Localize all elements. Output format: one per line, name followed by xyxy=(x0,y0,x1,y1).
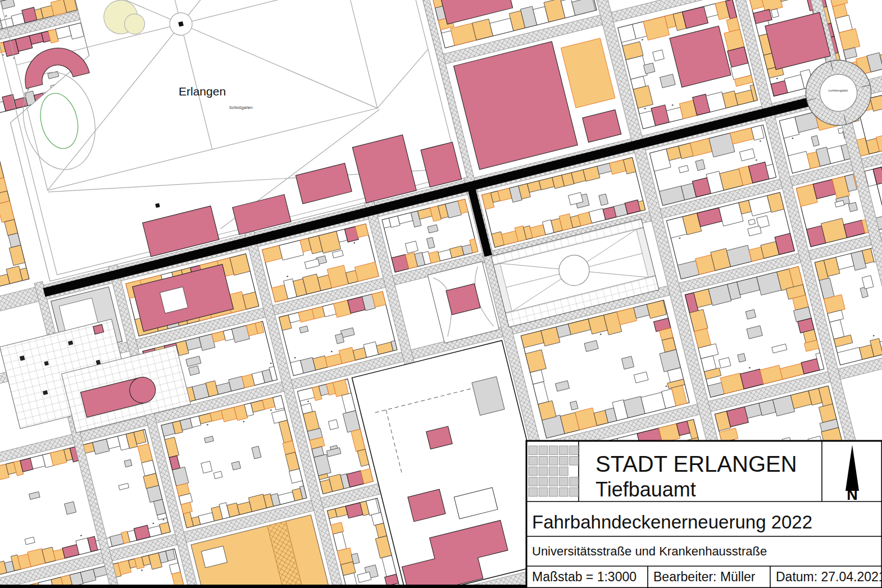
city-plan-page: Erlangen Schloßgarten Lorlebergplatz STA… xyxy=(0,0,882,588)
roundabout-label: Lorlebergplatz xyxy=(829,89,848,92)
scale-value: Maßstab = 1:3000 xyxy=(532,569,637,584)
north-label: N xyxy=(847,486,858,503)
city-label: Erlangen xyxy=(179,85,226,98)
editor-value: Bearbeiter: Müller xyxy=(653,569,756,584)
park-label: Schloßgarten xyxy=(229,106,253,110)
agency-name: STADT ERLANGEN xyxy=(595,452,797,476)
project-subtitle: Universitätsstraße und Krankenhausstraße xyxy=(532,544,767,558)
department-name: Tiefbauamt xyxy=(595,478,696,501)
date-value: Datum: 27.04.2021 xyxy=(776,569,882,584)
city-plan-map: Erlangen Schloßgarten Lorlebergplatz STA… xyxy=(0,0,882,588)
map-frame-line xyxy=(0,585,526,588)
title-block: STADT ERLANGEN Tiefbauamt N Fahrbahndeck… xyxy=(526,441,882,588)
project-title: Fahrbahndeckenerneuerung 2022 xyxy=(532,512,812,532)
